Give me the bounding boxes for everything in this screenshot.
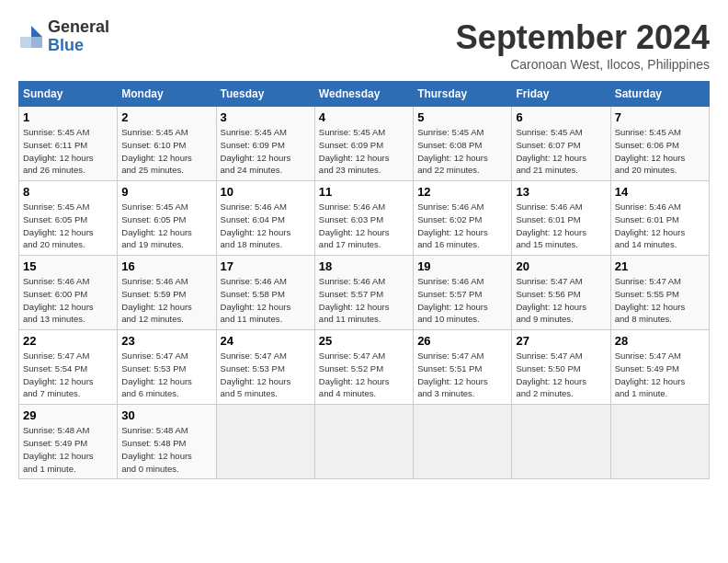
month-title: September 2024 [456, 18, 710, 57]
calendar-row-3: 22Sunrise: 5:47 AM Sunset: 5:54 PM Dayli… [19, 330, 710, 405]
day-detail: Sunrise: 5:45 AM Sunset: 6:09 PM Dayligh… [319, 126, 409, 177]
day-detail: Sunrise: 5:46 AM Sunset: 6:00 PM Dayligh… [23, 275, 113, 326]
calendar-cell: 11Sunrise: 5:46 AM Sunset: 6:03 PM Dayli… [314, 181, 413, 256]
day-number: 21 [615, 259, 705, 273]
day-detail: Sunrise: 5:47 AM Sunset: 5:51 PM Dayligh… [417, 350, 507, 400]
calendar-cell: 21Sunrise: 5:47 AM Sunset: 5:55 PM Dayli… [610, 256, 709, 330]
day-detail: Sunrise: 5:46 AM Sunset: 6:02 PM Dayligh… [417, 201, 507, 251]
day-number: 26 [417, 334, 507, 348]
calendar-cell: 16Sunrise: 5:46 AM Sunset: 5:59 PM Dayli… [118, 256, 216, 330]
calendar-cell: 23Sunrise: 5:47 AM Sunset: 5:53 PM Dayli… [118, 330, 216, 405]
day-detail: Sunrise: 5:46 AM Sunset: 5:57 PM Dayligh… [319, 275, 409, 326]
calendar-cell: 25Sunrise: 5:47 AM Sunset: 5:52 PM Dayli… [314, 330, 413, 405]
svg-marker-2 [20, 37, 31, 48]
col-saturday: Saturday [610, 82, 709, 107]
day-number: 20 [516, 259, 606, 273]
calendar-cell [512, 405, 610, 479]
day-number: 16 [121, 259, 211, 273]
day-number: 30 [121, 408, 211, 422]
day-detail: Sunrise: 5:45 AM Sunset: 6:11 PM Dayligh… [23, 126, 113, 177]
day-number: 3 [221, 110, 311, 124]
calendar-cell: 10Sunrise: 5:46 AM Sunset: 6:04 PM Dayli… [216, 181, 314, 256]
day-detail: Sunrise: 5:48 AM Sunset: 5:48 PM Dayligh… [121, 424, 211, 475]
day-detail: Sunrise: 5:46 AM Sunset: 6:03 PM Dayligh… [319, 201, 409, 251]
logo-icon [18, 24, 44, 50]
day-detail: Sunrise: 5:46 AM Sunset: 5:58 PM Dayligh… [221, 275, 311, 326]
day-number: 29 [23, 408, 113, 422]
day-number: 12 [417, 185, 507, 199]
calendar-row-1: 8Sunrise: 5:45 AM Sunset: 6:05 PM Daylig… [19, 181, 710, 256]
calendar-cell: 26Sunrise: 5:47 AM Sunset: 5:51 PM Dayli… [414, 330, 512, 405]
day-detail: Sunrise: 5:47 AM Sunset: 5:49 PM Dayligh… [615, 350, 705, 400]
calendar-cell: 24Sunrise: 5:47 AM Sunset: 5:53 PM Dayli… [216, 330, 314, 405]
calendar-row-2: 15Sunrise: 5:46 AM Sunset: 6:00 PM Dayli… [19, 256, 710, 330]
day-detail: Sunrise: 5:46 AM Sunset: 5:57 PM Dayligh… [417, 275, 507, 326]
calendar-cell: 3Sunrise: 5:45 AM Sunset: 6:09 PM Daylig… [216, 107, 314, 181]
header-row: Sunday Monday Tuesday Wednesday Thursday… [19, 82, 710, 107]
day-detail: Sunrise: 5:46 AM Sunset: 6:04 PM Dayligh… [221, 201, 311, 251]
calendar-table: Sunday Monday Tuesday Wednesday Thursday… [18, 81, 710, 479]
col-thursday: Thursday [414, 82, 512, 107]
calendar-cell: 7Sunrise: 5:45 AM Sunset: 6:06 PM Daylig… [610, 107, 709, 181]
day-number: 1 [23, 110, 113, 124]
calendar-row-4: 29Sunrise: 5:48 AM Sunset: 5:49 PM Dayli… [19, 405, 710, 479]
day-detail: Sunrise: 5:45 AM Sunset: 6:05 PM Dayligh… [23, 201, 113, 251]
location-subtitle: Caronoan West, Ilocos, Philippines [456, 57, 710, 72]
day-detail: Sunrise: 5:47 AM Sunset: 5:50 PM Dayligh… [516, 350, 606, 400]
logo: General Blue [18, 18, 109, 55]
page-header: General Blue September 2024 Caronoan Wes… [18, 18, 710, 72]
day-detail: Sunrise: 5:45 AM Sunset: 6:06 PM Dayligh… [615, 126, 705, 177]
day-detail: Sunrise: 5:47 AM Sunset: 5:55 PM Dayligh… [615, 275, 705, 326]
calendar-cell: 29Sunrise: 5:48 AM Sunset: 5:49 PM Dayli… [19, 405, 118, 479]
day-number: 10 [221, 185, 311, 199]
day-number: 7 [615, 110, 705, 124]
svg-marker-0 [31, 26, 42, 37]
day-number: 14 [615, 185, 705, 199]
calendar-cell [216, 405, 314, 479]
title-area: September 2024 Caronoan West, Ilocos, Ph… [456, 18, 710, 72]
calendar-cell: 2Sunrise: 5:45 AM Sunset: 6:10 PM Daylig… [118, 107, 216, 181]
day-detail: Sunrise: 5:45 AM Sunset: 6:08 PM Dayligh… [417, 126, 507, 177]
calendar-cell: 18Sunrise: 5:46 AM Sunset: 5:57 PM Dayli… [314, 256, 413, 330]
day-detail: Sunrise: 5:47 AM Sunset: 5:53 PM Dayligh… [121, 350, 211, 400]
logo-blue-text: Blue [48, 36, 84, 54]
calendar-cell: 20Sunrise: 5:47 AM Sunset: 5:56 PM Dayli… [512, 256, 610, 330]
calendar-cell: 28Sunrise: 5:47 AM Sunset: 5:49 PM Dayli… [610, 330, 709, 405]
calendar-cell: 6Sunrise: 5:45 AM Sunset: 6:07 PM Daylig… [512, 107, 610, 181]
svg-marker-1 [31, 37, 42, 48]
calendar-cell: 30Sunrise: 5:48 AM Sunset: 5:48 PM Dayli… [118, 405, 216, 479]
day-number: 23 [121, 334, 211, 348]
calendar-cell: 22Sunrise: 5:47 AM Sunset: 5:54 PM Dayli… [19, 330, 118, 405]
day-detail: Sunrise: 5:45 AM Sunset: 6:10 PM Dayligh… [121, 126, 211, 177]
calendar-cell: 27Sunrise: 5:47 AM Sunset: 5:50 PM Dayli… [512, 330, 610, 405]
col-monday: Monday [118, 82, 216, 107]
day-number: 13 [516, 185, 606, 199]
calendar-cell: 14Sunrise: 5:46 AM Sunset: 6:01 PM Dayli… [610, 181, 709, 256]
calendar-cell: 8Sunrise: 5:45 AM Sunset: 6:05 PM Daylig… [19, 181, 118, 256]
calendar-cell: 15Sunrise: 5:46 AM Sunset: 6:00 PM Dayli… [19, 256, 118, 330]
day-number: 25 [319, 334, 409, 348]
calendar-cell: 4Sunrise: 5:45 AM Sunset: 6:09 PM Daylig… [314, 107, 413, 181]
day-detail: Sunrise: 5:46 AM Sunset: 6:01 PM Dayligh… [516, 201, 606, 251]
calendar-cell: 19Sunrise: 5:46 AM Sunset: 5:57 PM Dayli… [414, 256, 512, 330]
day-detail: Sunrise: 5:45 AM Sunset: 6:05 PM Dayligh… [121, 201, 211, 251]
day-detail: Sunrise: 5:46 AM Sunset: 5:59 PM Dayligh… [121, 275, 211, 326]
col-friday: Friday [512, 82, 610, 107]
day-number: 15 [23, 259, 113, 273]
day-number: 6 [516, 110, 606, 124]
day-detail: Sunrise: 5:47 AM Sunset: 5:52 PM Dayligh… [319, 350, 409, 400]
day-number: 17 [221, 259, 311, 273]
day-detail: Sunrise: 5:46 AM Sunset: 6:01 PM Dayligh… [615, 201, 705, 251]
calendar-cell: 5Sunrise: 5:45 AM Sunset: 6:08 PM Daylig… [414, 107, 512, 181]
day-detail: Sunrise: 5:48 AM Sunset: 5:49 PM Dayligh… [23, 424, 113, 475]
calendar-row-0: 1Sunrise: 5:45 AM Sunset: 6:11 PM Daylig… [19, 107, 710, 181]
day-detail: Sunrise: 5:47 AM Sunset: 5:53 PM Dayligh… [221, 350, 311, 400]
day-detail: Sunrise: 5:45 AM Sunset: 6:07 PM Dayligh… [516, 126, 606, 177]
day-detail: Sunrise: 5:45 AM Sunset: 6:09 PM Dayligh… [221, 126, 311, 177]
day-detail: Sunrise: 5:47 AM Sunset: 5:56 PM Dayligh… [516, 275, 606, 326]
col-wednesday: Wednesday [314, 82, 413, 107]
calendar-cell: 13Sunrise: 5:46 AM Sunset: 6:01 PM Dayli… [512, 181, 610, 256]
day-number: 22 [23, 334, 113, 348]
day-number: 19 [417, 259, 507, 273]
logo-general-text: General [48, 17, 109, 36]
